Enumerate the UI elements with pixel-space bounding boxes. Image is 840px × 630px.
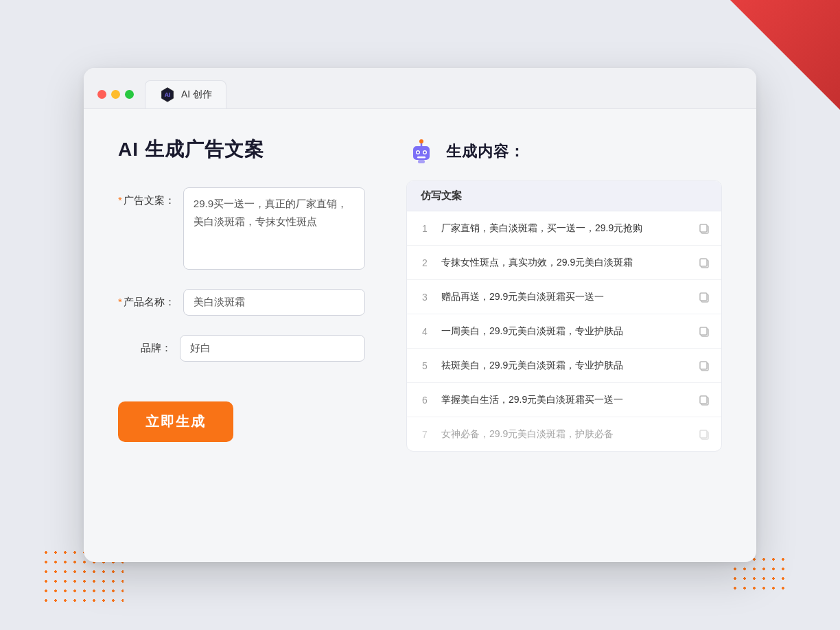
right-panel: 生成内容： 仿写文案 1厂家直销，美白淡斑霜，买一送一，29.9元抢购 2专抹女… (406, 137, 722, 535)
product-name-group: *产品名称： (118, 289, 365, 316)
tab-label: AI 创作 (181, 89, 212, 101)
ad-copy-label: *广告文案： (118, 187, 183, 207)
table-header: 仿写文案 (407, 181, 721, 211)
svg-point-7 (417, 152, 419, 154)
table-row: 3赠品再送，29.9元美白淡斑霜买一送一 (407, 280, 721, 314)
browser-window: AI AI 创作 AI 生成广告文案 *广告文案： 29.9买一送一，真正的厂家… (84, 68, 756, 562)
row-number: 4 (418, 326, 432, 337)
robot-icon (406, 137, 436, 167)
traffic-lights (97, 90, 134, 108)
results-rows: 1厂家直销，美白淡斑霜，买一送一，29.9元抢购 2专抹女性斑点，真实功效，29… (407, 211, 721, 451)
row-number: 5 (418, 360, 432, 371)
svg-rect-14 (700, 259, 707, 266)
maximize-button[interactable] (125, 90, 134, 99)
copy-icon[interactable] (698, 222, 710, 235)
copy-icon[interactable] (698, 394, 710, 406)
row-number: 2 (418, 257, 432, 268)
main-content: AI 生成广告文案 *广告文案： 29.9买一送一，真正的厂家直销，美白淡斑霜，… (84, 109, 756, 562)
svg-rect-18 (700, 327, 707, 335)
brand-input[interactable] (180, 335, 365, 362)
svg-rect-12 (700, 224, 707, 232)
close-button[interactable] (97, 90, 106, 99)
ad-copy-group: *广告文案： 29.9买一送一，真正的厂家直销，美白淡斑霜，专抹女性斑点 (118, 187, 365, 270)
table-row: 1厂家直销，美白淡斑霜，买一送一，29.9元抢购 (407, 211, 721, 246)
svg-text:AI: AI (165, 91, 171, 98)
ai-tab[interactable]: AI AI 创作 (145, 80, 226, 108)
row-text: 祛斑美白，29.9元美白淡斑霜，专业护肤品 (441, 358, 688, 373)
row-number: 7 (418, 429, 432, 440)
copy-icon[interactable] (698, 257, 710, 269)
svg-rect-9 (417, 156, 425, 159)
table-row: 4一周美白，29.9元美白淡斑霜，专业护肤品 (407, 314, 721, 349)
minimize-button[interactable] (111, 90, 120, 99)
generate-button[interactable]: 立即生成 (118, 401, 233, 442)
row-text: 赠品再送，29.9元美白淡斑霜买一送一 (441, 290, 688, 304)
row-text: 厂家直销，美白淡斑霜，买一送一，29.9元抢购 (441, 221, 688, 235)
product-name-input[interactable] (183, 289, 365, 316)
ai-logo-icon: AI (159, 86, 176, 103)
copy-icon[interactable] (698, 428, 710, 441)
svg-rect-16 (700, 293, 707, 301)
copy-icon[interactable] (698, 360, 710, 372)
row-number: 3 (418, 292, 432, 303)
row-text: 掌握美白生活，29.9元美白淡斑霜买一送一 (441, 393, 688, 407)
svg-point-8 (424, 152, 426, 154)
copy-icon[interactable] (698, 291, 710, 303)
svg-rect-22 (700, 396, 707, 404)
svg-point-4 (419, 139, 423, 143)
title-bar: AI AI 创作 (84, 68, 756, 109)
brand-label: 品牌： (118, 335, 180, 355)
ad-copy-required: * (118, 194, 122, 206)
page-title: AI 生成广告文案 (118, 137, 365, 163)
table-row: 6掌握美白生活，29.9元美白淡斑霜买一送一 (407, 383, 721, 417)
svg-rect-10 (418, 160, 425, 163)
table-row: 7女神必备，29.9元美白淡斑霜，护肤必备 (407, 417, 721, 451)
product-name-required: * (118, 296, 122, 307)
svg-rect-24 (700, 430, 707, 438)
ad-copy-input[interactable]: 29.9买一送一，真正的厂家直销，美白淡斑霜，专抹女性斑点 (183, 187, 365, 270)
svg-rect-20 (700, 362, 707, 369)
row-text: 一周美白，29.9元美白淡斑霜，专业护肤品 (441, 324, 688, 338)
product-name-label: *产品名称： (118, 289, 183, 309)
table-row: 2专抹女性斑点，真实功效，29.9元美白淡斑霜 (407, 246, 721, 280)
brand-group: 品牌： (118, 335, 365, 362)
row-text: 女神必备，29.9元美白淡斑霜，护肤必备 (441, 427, 688, 441)
row-number: 1 (418, 223, 432, 234)
right-title: 生成内容： (446, 141, 525, 162)
row-text: 专抹女性斑点，真实功效，29.9元美白淡斑霜 (441, 255, 688, 270)
table-row: 5祛斑美白，29.9元美白淡斑霜，专业护肤品 (407, 349, 721, 383)
copy-icon[interactable] (698, 325, 710, 338)
left-panel: AI 生成广告文案 *广告文案： 29.9买一送一，真正的厂家直销，美白淡斑霜，… (118, 137, 365, 535)
results-table: 仿写文案 1厂家直销，美白淡斑霜，买一送一，29.9元抢购 2专抹女性斑点，真实… (406, 180, 722, 452)
row-number: 6 (418, 395, 432, 406)
right-header: 生成内容： (406, 137, 722, 167)
